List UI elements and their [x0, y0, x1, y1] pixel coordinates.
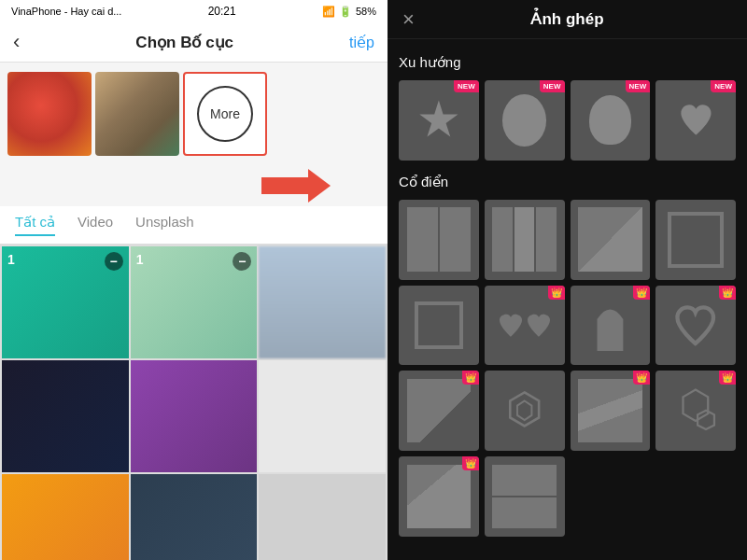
template-apple[interactable]: NEW: [571, 80, 651, 161]
more-button[interactable]: More: [183, 72, 267, 156]
template-heart-outline[interactable]: 👑: [655, 286, 736, 366]
wifi-icon: 📶: [322, 6, 335, 18]
template-frame[interactable]: [655, 200, 736, 280]
photo-thumb-dog[interactable]: [95, 72, 179, 156]
close-button[interactable]: ×: [402, 7, 415, 32]
section-classic-label: Cổ điển: [399, 174, 736, 190]
grid-cell-3[interactable]: [259, 246, 386, 358]
arch-shape: [590, 300, 630, 352]
new-badge-2: NEW: [540, 80, 565, 92]
more-circle: More: [197, 86, 253, 142]
photo-thumb-apples[interactable]: [7, 72, 92, 156]
svg-marker-2: [684, 390, 709, 421]
battery-level: 58%: [356, 6, 376, 17]
battery-icon: 🔋: [339, 6, 352, 18]
arrow-shaft: [261, 177, 308, 194]
two-hearts-shape: [497, 301, 553, 349]
3col-layout: [492, 207, 557, 272]
count-badge-1: 1: [7, 252, 15, 267]
arrow-indicator: [0, 165, 388, 206]
status-bar: VinaPhone - Hay cai d... 20:21 📶 🔋 58%: [0, 0, 388, 22]
template-heart[interactable]: NEW: [655, 80, 736, 161]
tab-unsplash[interactable]: Unsplash: [135, 214, 194, 236]
grid-cell-6[interactable]: [259, 360, 386, 472]
right-header: × Ảnh ghép: [388, 0, 747, 39]
grid-cell-4[interactable]: [2, 360, 129, 472]
next-button[interactable]: tiếp: [349, 34, 374, 51]
grid-cell-5[interactable]: [131, 360, 258, 472]
template-box[interactable]: [399, 286, 479, 366]
hex-cluster-shape: [669, 385, 722, 437]
right-panel: × Ảnh ghép Xu hướng NEW NEW NEW: [388, 0, 747, 560]
crown-badge-6: 👑: [719, 371, 736, 385]
frame-layout: [668, 212, 724, 268]
svg-marker-3: [698, 411, 714, 429]
diag3-layout: [578, 379, 642, 443]
oval-shape: [502, 94, 546, 147]
apple-shape: [589, 95, 631, 145]
right-content: Xu hướng NEW NEW NEW NEW: [388, 39, 747, 560]
grid-cell-7[interactable]: [2, 474, 129, 560]
count-badge-2: 1: [136, 252, 144, 267]
time-text: 20:21: [208, 5, 236, 18]
new-badge-1: NEW: [454, 80, 479, 92]
back-button[interactable]: ‹: [13, 30, 20, 54]
2col-layout: [407, 207, 472, 272]
new-badge-3: NEW: [626, 80, 651, 92]
top-nav: ‹ Chọn Bố cục tiếp: [0, 22, 388, 63]
photo-grid: − 1 − 1: [0, 245, 388, 560]
battery-text: 📶 🔋 58%: [322, 6, 376, 18]
diag4-layout: [407, 465, 472, 529]
template-2hearts[interactable]: 👑: [485, 286, 565, 366]
template-diag3[interactable]: 👑: [571, 371, 651, 451]
template-hex-cluster[interactable]: 👑: [655, 371, 736, 451]
trending-grid: NEW NEW NEW NEW: [399, 80, 736, 161]
new-badge-4: NEW: [711, 80, 736, 92]
grid-cell-8[interactable]: [131, 474, 258, 560]
left-panel: VinaPhone - Hay cai d... 20:21 📶 🔋 58% ‹…: [0, 0, 388, 560]
section-trending-label: Xu hướng: [399, 54, 736, 71]
template-vsplit[interactable]: [485, 456, 565, 537]
template-diagonal[interactable]: [571, 200, 651, 280]
crown-badge-1: 👑: [548, 286, 565, 300]
template-diag4[interactable]: 👑: [399, 456, 479, 537]
grid-cell-9[interactable]: [259, 474, 386, 560]
page-title: Chọn Bố cục: [135, 33, 233, 52]
classic-grid: 👑 👑 👑 👑: [399, 200, 736, 537]
template-oval[interactable]: NEW: [485, 80, 565, 161]
deselect-badge-2[interactable]: −: [233, 252, 251, 271]
tab-all[interactable]: Tất cả: [15, 214, 55, 236]
diag2-layout: [407, 379, 472, 443]
crown-badge-7: 👑: [462, 456, 479, 470]
template-3col[interactable]: [485, 200, 565, 280]
heart-outline-shape: [671, 301, 719, 349]
vsplit-layout: [492, 465, 557, 529]
diagonal-layout: [578, 207, 642, 272]
hexagons-shape: [500, 386, 548, 434]
star-shape: [418, 100, 458, 140]
template-2col[interactable]: [399, 200, 479, 280]
template-star[interactable]: NEW: [399, 80, 479, 161]
crown-badge-3: 👑: [719, 286, 736, 300]
photo-strip: More: [0, 63, 388, 165]
template-arch[interactable]: 👑: [571, 286, 651, 366]
grid-cell-2[interactable]: − 1: [131, 246, 258, 358]
heart-shape: [676, 100, 716, 140]
more-label: More: [210, 106, 240, 121]
deselect-badge-1[interactable]: −: [105, 252, 123, 271]
crown-badge-5: 👑: [633, 371, 650, 385]
crown-badge-2: 👑: [633, 286, 650, 300]
svg-marker-1: [517, 401, 531, 421]
grid-cell-1[interactable]: − 1: [2, 246, 129, 358]
template-hexagons[interactable]: [485, 371, 565, 451]
template-diag2[interactable]: 👑: [399, 371, 479, 451]
arrow-head: [308, 169, 331, 203]
tab-video[interactable]: Video: [78, 214, 113, 236]
tab-bar: Tất cả Video Unsplash: [0, 206, 388, 245]
right-title: Ảnh ghép: [530, 9, 603, 29]
box-layout: [415, 301, 462, 349]
carrier-text: VinaPhone - Hay cai d...: [11, 6, 121, 17]
crown-badge-4: 👑: [462, 371, 479, 385]
